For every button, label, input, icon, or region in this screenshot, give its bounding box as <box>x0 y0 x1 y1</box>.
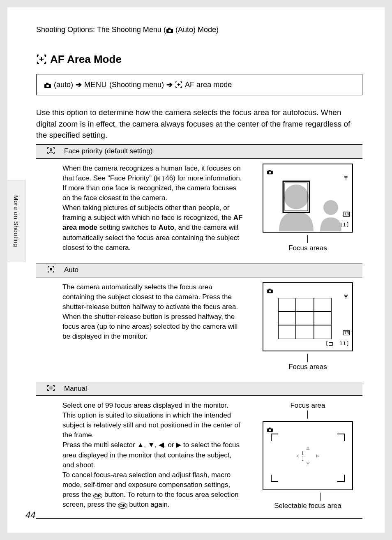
arrow-icon: ➔ <box>166 80 173 89</box>
svg-point-2 <box>168 30 171 32</box>
illustration-auto: 12M [ 11] Focus areas <box>253 282 362 372</box>
caption-line: Focus areas <box>288 235 327 253</box>
row-header-label: Face priority (default setting) <box>64 147 361 155</box>
camera-icon <box>44 81 51 89</box>
af-area-icon <box>36 54 47 65</box>
row-header-label: Auto <box>64 266 361 274</box>
right-triangle-icon: ▷ <box>316 453 319 459</box>
nav-auto-label: (auto) <box>54 81 73 89</box>
svg-rect-33 <box>50 387 52 389</box>
nav-menu-paren: (Shooting menu) <box>109 81 164 89</box>
left-triangle-icon: ◁ <box>296 453 299 459</box>
row-header-auto: Auto <box>36 263 362 277</box>
quality-icon: 12M <box>343 330 350 337</box>
row-body-manual: Select one of 99 focus areas displayed i… <box>36 396 362 519</box>
illustration-manual: Focus area △ ▽ ◁ ▷ [ ] Selectable focu <box>253 401 362 511</box>
up-arrow-icon: ▲ <box>137 440 144 450</box>
page: More on Shooting Shooting Options: The S… <box>7 7 385 533</box>
breadcrumb-suffix: (Auto) Mode) <box>175 25 219 34</box>
row-body-auto: The camera automatically selects the foc… <box>36 277 362 382</box>
menu-path-box: (auto) ➔ MENU (Shooting menu) ➔ AF area … <box>36 74 362 95</box>
svg-text:12M: 12M <box>344 331 350 335</box>
arrow-icon: ➔ <box>76 80 82 89</box>
caption-line-bottom: Selectable focus area <box>274 493 341 511</box>
breadcrumb-prefix: Shooting Options: The Shooting Menu ( <box>36 25 166 34</box>
row-header-manual: Manual <box>36 382 362 396</box>
text-fragment: setting switches to <box>97 224 158 231</box>
svg-point-29 <box>269 290 271 292</box>
intro-paragraph: Use this option to determine how the cam… <box>36 107 362 141</box>
caption-line-top: Focus area <box>290 401 325 419</box>
row-text: The camera automatically selects the foc… <box>62 282 243 372</box>
illustration-caption: Selectable focus area <box>274 501 341 511</box>
face-priority-icon <box>38 147 64 156</box>
right-arrow-icon: ▶ <box>176 440 181 450</box>
row-body-face-priority: When the camera recognizes a human face,… <box>36 159 362 263</box>
ok-button-icon: OK <box>118 503 127 509</box>
macro-icon <box>343 294 349 302</box>
page-title: AF Area Mode <box>50 53 122 66</box>
svg-rect-26 <box>50 268 52 270</box>
camera-icon <box>166 25 173 34</box>
camera-icon <box>267 286 273 296</box>
svg-rect-35 <box>269 427 271 429</box>
lcd-face: 12M [ 11] <box>263 164 353 233</box>
svg-point-18 <box>269 171 271 173</box>
sep: , <box>155 441 159 449</box>
caption-line: Focus areas <box>288 354 327 372</box>
manual-af-icon <box>38 385 64 393</box>
text-paragraph: Select one of 99 focus areas displayed i… <box>62 401 243 441</box>
svg-point-36 <box>269 429 271 431</box>
illustration-caption: Focus areas <box>288 362 327 372</box>
illustration-face: 12M [ 11] Focus <box>253 164 362 253</box>
svg-rect-1 <box>168 28 171 29</box>
text-bold: Auto <box>158 224 174 231</box>
left-arrow-icon: ◀ <box>159 440 164 450</box>
svg-point-7 <box>46 85 49 87</box>
svg-point-25 <box>323 200 338 215</box>
book-ref-icon <box>156 174 164 182</box>
focus-selector: △ ▽ ◁ ▷ [ ] <box>295 446 321 465</box>
focus-bracket-icon: [ ] <box>302 450 314 462</box>
down-arrow-icon: ▼ <box>148 440 155 450</box>
svg-rect-32 <box>329 342 332 345</box>
auto-af-icon <box>38 266 64 275</box>
row-text: When the camera recognizes a human face,… <box>62 164 243 253</box>
text-fragment: When taking pictures of subjects other t… <box>62 204 233 222</box>
sep: , <box>144 441 148 449</box>
illustration-caption: Focus area <box>290 401 325 411</box>
svg-rect-28 <box>269 288 271 290</box>
svg-point-10 <box>50 148 52 150</box>
side-tab-more-on-shooting: More on Shooting <box>7 180 25 262</box>
page-title-row: AF Area Mode <box>36 53 362 66</box>
row-text: Select one of 99 focus areas displayed i… <box>62 401 243 511</box>
row-header-face-priority: Face priority (default setting) <box>36 144 362 159</box>
shots-count: 11 <box>339 341 346 346</box>
af-area-icon <box>175 81 182 89</box>
nav-menu-label: MENU <box>84 81 107 89</box>
sep: , or <box>164 441 176 449</box>
svg-rect-17 <box>269 170 271 171</box>
lcd-auto: 12M [ 11] <box>263 282 353 351</box>
row-header-label: Manual <box>64 385 361 393</box>
text-fragment: button again. <box>127 501 170 508</box>
shots-remaining: [ 11] <box>325 340 350 347</box>
page-number: 44 <box>25 510 35 520</box>
illustration-caption: Focus areas <box>288 243 327 253</box>
svg-rect-6 <box>46 83 48 84</box>
side-tab-label: More on Shooting <box>13 195 20 247</box>
nav-af-label: AF area mode <box>185 81 232 89</box>
ok-button-icon: OK <box>93 493 103 499</box>
breadcrumb: Shooting Options: The Shooting Menu ( (A… <box>36 25 362 34</box>
text-paragraph: The camera automatically selects the foc… <box>62 282 243 342</box>
lcd-manual: △ ▽ ◁ ▷ [ ] <box>263 421 353 490</box>
focus-grid <box>278 298 332 339</box>
svg-point-22 <box>284 185 309 209</box>
camera-icon <box>267 168 273 178</box>
people-scene <box>267 178 349 232</box>
text-fragment: Press the multi selector <box>62 441 137 449</box>
